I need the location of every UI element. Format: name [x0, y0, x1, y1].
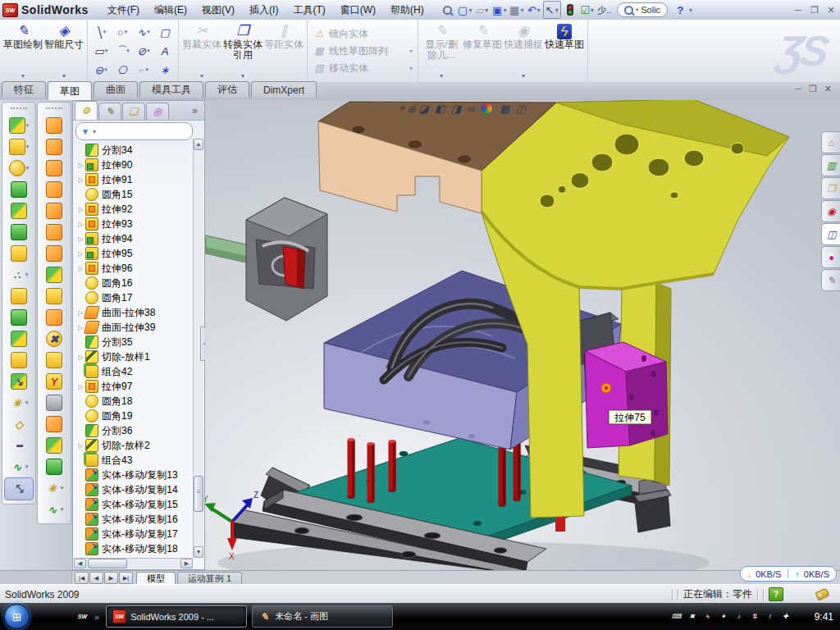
undo-icon[interactable]: ↶▾	[526, 2, 542, 18]
menu-item[interactable]: 工具(T)	[285, 0, 332, 20]
offset-entities-button[interactable]: ∥ 等距实体 ▾	[263, 21, 304, 80]
tree-item[interactable]: ▷ 分割35	[76, 335, 204, 349]
hide-show-items-icon[interactable]: ∞▾	[468, 103, 479, 115]
knit-surface-icon[interactable]: ▾	[38, 413, 71, 435]
section-view-icon[interactable]: ◪▾	[418, 103, 432, 115]
tab-features[interactable]: 特征	[2, 81, 46, 98]
print-icon[interactable]: ▦▾	[509, 2, 525, 18]
chamfer-icon[interactable]: ▾	[2, 179, 35, 200]
curve-tools-icon[interactable]: ∿ ▾	[38, 499, 71, 520]
tree-item[interactable]: ▷ 组合43	[76, 453, 204, 468]
pin-toolbar-icon[interactable]	[440, 2, 456, 18]
tree-item[interactable]: ▷ 实体-移动/复制17	[76, 527, 204, 541]
rectangle-icon[interactable]: ▭▾	[90, 42, 112, 61]
propertymanager-tab[interactable]: ✎	[98, 103, 121, 120]
security-alert-tray-icon[interactable]: ✖	[687, 611, 698, 623]
doc-close-button[interactable]: ✕	[824, 84, 832, 94]
restore-button[interactable]: ❐	[809, 5, 820, 16]
tree-filter-box[interactable]: ▼ ▾	[75, 122, 193, 140]
quicklaunch-messenger-icon[interactable]	[36, 609, 50, 623]
model-tab[interactable]: 模型	[136, 572, 176, 585]
draft-icon[interactable]: ▾	[2, 221, 35, 243]
combine-icon[interactable]: ▾	[2, 307, 35, 328]
search-icon[interactable]: ◉	[821, 200, 840, 222]
scroll-down-arrow[interactable]: ▼	[194, 546, 203, 558]
tree-item[interactable]: ▷ 实体-移动/复制14	[76, 482, 204, 497]
search-box[interactable]: ▾ Solic	[617, 2, 668, 17]
custom-properties-icon[interactable]: ✎	[821, 269, 840, 291]
sketch-button[interactable]: ✎ 草图绘制 ▾	[2, 21, 43, 80]
zoom-to-area-icon[interactable]: ⊕▾	[407, 103, 416, 115]
expand-arrow-icon[interactable]: ▷	[76, 206, 85, 213]
rib-icon[interactable]: ▾	[2, 200, 35, 221]
tree-item[interactable]: ▷ 曲面-拉伸39	[76, 320, 204, 335]
move-entities-button[interactable]: ▧ 移动实体 ▾	[310, 60, 415, 76]
mirror-feature-icon[interactable]: ▾	[2, 285, 35, 307]
tree-item[interactable]: ▷ 拉伸90	[76, 158, 204, 172]
cylinder-icon[interactable]: ▾	[38, 456, 71, 477]
polygon-icon[interactable]: ⎔▾	[112, 61, 133, 80]
task-solidworks[interactable]: SW SolidWorks 2009 - ...	[106, 605, 247, 628]
tab-nav-arrow[interactable]: ▶	[104, 572, 118, 584]
doc-minimize-button[interactable]: ─	[795, 84, 801, 94]
reference-plane-icon[interactable]: ◇ ▾	[2, 413, 35, 435]
convert-entities-button[interactable]: ❒ 转换实体引用 ▾	[222, 21, 263, 80]
doc-restore-button[interactable]: ❐	[809, 84, 817, 94]
view-palette-icon[interactable]: ◫	[821, 223, 840, 245]
graphics-area[interactable]: 拉伸75 Y Z X ⌖▾⊕▾◪▾◧▾◨▾∞▾▾▦▾◫▾ ⌂▥❒◉◫●✎	[205, 100, 840, 570]
tab-nav-arrow[interactable]: |◀	[75, 572, 89, 584]
repair-sketch-button[interactable]: ✎ 修复草图 ▾	[462, 21, 503, 80]
tab-nav-arrow[interactable]: ◀	[89, 572, 103, 584]
tag-icon[interactable]	[815, 587, 829, 600]
sketch-text-icon[interactable]: A▾	[154, 42, 176, 61]
instant3d-icon[interactable]: ⤡ ▾	[4, 477, 34, 500]
tree-item[interactable]: ▷ 分割36	[76, 423, 204, 438]
update-tray-icon[interactable]: ✦	[718, 611, 729, 623]
tree-item[interactable]: ▷ 拉伸97	[76, 379, 204, 394]
minimize-button[interactable]: ─	[792, 5, 804, 16]
reference-axis-icon[interactable]: ╍ ▾	[2, 435, 35, 456]
delete-face-icon[interactable]: ✖ ▾	[38, 328, 71, 349]
design-library-icon[interactable]: ▥	[821, 154, 840, 176]
edit-appearance-icon[interactable]: ▾	[481, 103, 497, 115]
scroll-left-arrow[interactable]: ◀	[74, 559, 86, 568]
shell-icon[interactable]: ▾	[2, 243, 35, 264]
scroll-thumb[interactable]	[194, 476, 203, 512]
tree-item[interactable]: ▷ 切除-放样1	[76, 349, 204, 364]
tab-nav-arrow[interactable]: ▶|	[119, 572, 133, 584]
tree-item[interactable]: ▷ 圆角19	[76, 409, 204, 423]
scroll-right-arrow[interactable]: ▶	[180, 559, 193, 568]
tree-horizontal-scrollbar[interactable]: ◀ ▶	[74, 558, 193, 568]
lofted-surface-icon[interactable]: ▾	[38, 158, 71, 179]
appearances-icon[interactable]: ●	[821, 246, 840, 268]
spline-icon[interactable]: ∿▾	[133, 23, 154, 42]
expand-arrow-icon[interactable]: ▷	[76, 265, 85, 272]
tree-item[interactable]: ▷ 圆角15	[76, 187, 204, 202]
tree-item[interactable]: ▷ 圆角18	[76, 394, 204, 409]
tree-item[interactable]: ▷ 圆角16	[76, 276, 204, 290]
swept-surface-icon[interactable]: ▾	[38, 115, 71, 136]
expand-arrow-icon[interactable]: ▷	[76, 235, 85, 243]
expand-arrow-icon[interactable]: ▷	[76, 250, 85, 258]
reference-geometry-icon[interactable]: ✳ ▾	[38, 477, 71, 499]
new-document-icon[interactable]: ▢▾	[457, 2, 473, 18]
rapid-sketch-button[interactable]: ϟ 快速草图 ▾	[544, 21, 585, 80]
warning-tray-icon[interactable]: !	[765, 611, 776, 623]
file-explorer-icon[interactable]: ❒	[821, 177, 840, 199]
menu-item[interactable]: 文件(F)	[100, 0, 147, 20]
tree-item[interactable]: ▷ 圆角17	[76, 290, 204, 305]
tree-item[interactable]: ▷ 实体-移动/复制16	[76, 512, 204, 527]
rebuild-traffic-light-icon[interactable]	[562, 2, 578, 18]
featuremanager-tab[interactable]: ⚙	[75, 101, 98, 120]
line-icon[interactable]: ╲▾	[90, 23, 112, 42]
display-style-icon[interactable]: ◨▾	[451, 103, 465, 115]
tree-item[interactable]: ▷ 切除-放样2	[76, 438, 204, 453]
model-view[interactable]: 拉伸75 Y Z X	[205, 100, 840, 570]
toolbar-overflow-label[interactable]: 少..	[596, 2, 613, 18]
slot-icon[interactable]: ⊖▾	[90, 61, 112, 80]
extend-surface-icon[interactable]: ▾	[38, 243, 71, 264]
tree-item[interactable]: ▷ 拉伸96	[76, 261, 204, 276]
open-document-icon[interactable]: ▱▾	[474, 2, 491, 18]
expand-arrow-icon[interactable]: ▷	[76, 383, 85, 390]
tab-mold-tools[interactable]: 模具工具	[139, 81, 203, 98]
